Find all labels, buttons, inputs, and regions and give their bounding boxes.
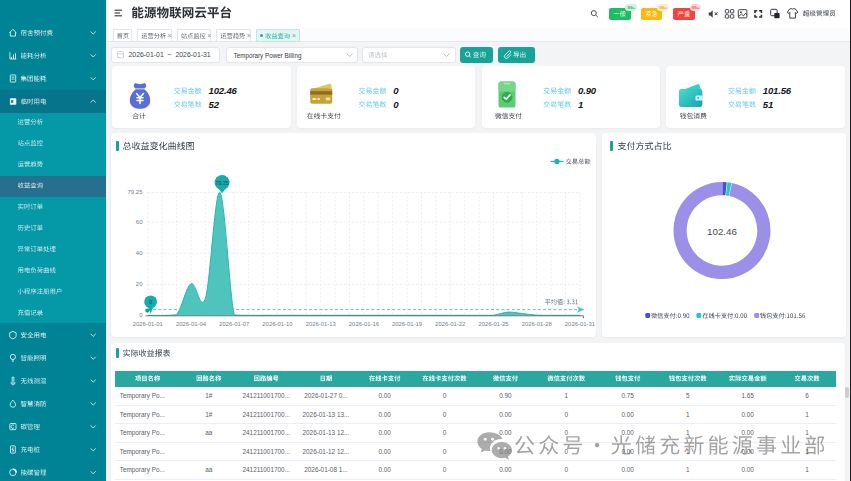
svg-text:0: 0: [149, 299, 152, 305]
svg-text:60: 60: [135, 219, 142, 225]
svg-text:2026-01-31: 2026-01-31: [564, 321, 594, 327]
svg-text:2026-01-04: 2026-01-04: [176, 321, 207, 327]
svg-text:2026-01-22: 2026-01-22: [435, 321, 465, 327]
svg-text:2026-01-07: 2026-01-07: [219, 321, 249, 327]
svg-text:2026-01-19: 2026-01-19: [392, 321, 422, 327]
svg-text:2026-01-10: 2026-01-10: [262, 321, 293, 327]
svg-text:2026-01-25: 2026-01-25: [478, 321, 509, 327]
svg-text:2026-01-13: 2026-01-13: [305, 321, 336, 327]
svg-text:102.46: 102.46: [707, 226, 738, 237]
svg-text:2026-01-28: 2026-01-28: [521, 321, 552, 327]
svg-text:79.25: 79.25: [215, 180, 228, 186]
svg-text:79.25: 79.25: [127, 189, 143, 195]
svg-text:0: 0: [139, 312, 143, 318]
svg-text:2026-01-01: 2026-01-01: [132, 321, 162, 327]
svg-text:2026-01-16: 2026-01-16: [348, 321, 379, 327]
svg-text:20: 20: [135, 281, 142, 287]
svg-text:40: 40: [135, 250, 142, 256]
